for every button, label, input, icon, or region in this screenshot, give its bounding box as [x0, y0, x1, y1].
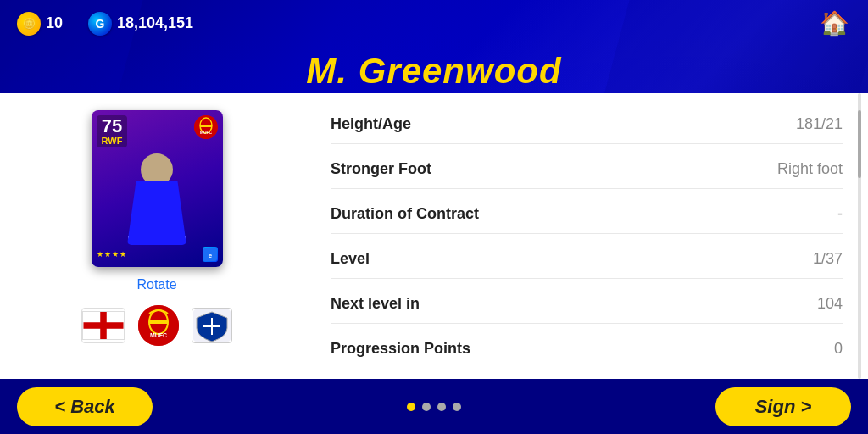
stat-label-height-age: Height/Age: [331, 115, 411, 133]
rotate-button[interactable]: Rotate: [136, 277, 176, 292]
stat-label-contract: Duration of Contract: [331, 205, 479, 223]
dot-2: [422, 403, 431, 411]
card-position: RWF: [102, 136, 123, 146]
silhouette-head: [141, 153, 173, 186]
player-name: M. Greenwood: [0, 47, 868, 92]
gem-amount: 18,104,151: [117, 14, 193, 32]
sign-button[interactable]: Sign >: [715, 387, 851, 426]
card-rating-box: 75 RWF: [97, 115, 128, 147]
scroll-indicator: [858, 93, 861, 379]
dot-4: [453, 403, 461, 411]
svg-text:e: e: [208, 252, 212, 259]
card-top: 75 RWF MUFC: [97, 115, 218, 147]
stat-row-level: Level 1/37: [331, 240, 843, 279]
player-silhouette: [110, 149, 203, 233]
left-panel: 75 RWF MUFC M. Greenwood: [0, 93, 314, 379]
silhouette-body: [127, 181, 186, 245]
svg-text:MUFC: MUFC: [199, 130, 212, 135]
bottom-bar: < Back Sign >: [0, 379, 868, 434]
main-content: 75 RWF MUFC M. Greenwood: [0, 93, 868, 379]
game-logo: e: [203, 247, 218, 262]
svg-rect-2: [200, 125, 212, 127]
back-button[interactable]: < Back: [17, 387, 153, 426]
card-bottom: ★★★★ e: [97, 247, 218, 262]
svg-rect-8: [83, 322, 123, 329]
stat-value-height-age: 181/21: [796, 115, 843, 133]
stat-label-progression: Progression Points: [331, 340, 470, 358]
dot-3: [437, 403, 446, 411]
stat-row-progression: Progression Points 0: [331, 330, 843, 368]
badge-row: MUFC: [81, 305, 232, 346]
club-logo: MUFC: [194, 115, 218, 139]
stat-value-progression: 0: [834, 340, 843, 358]
stat-value-level: 1/37: [813, 250, 843, 268]
coin-icon: 🪙: [17, 12, 41, 36]
stat-row-contract: Duration of Contract -: [331, 195, 843, 234]
stat-label-next-level: Next level in: [331, 295, 420, 313]
stat-value-next-level: 104: [817, 295, 843, 313]
club-shield-badge: [192, 308, 232, 343]
manutd-badge: MUFC: [138, 305, 179, 346]
card-rating: 75: [102, 117, 123, 136]
dot-1: [407, 403, 415, 411]
scroll-thumb: [858, 110, 861, 178]
stat-row-stronger-foot: Stronger Foot Right foot: [331, 150, 843, 189]
stat-value-stronger-foot: Right foot: [777, 160, 843, 178]
stat-label-stronger-foot: Stronger Foot: [331, 160, 431, 178]
coin-amount: 10: [46, 14, 63, 32]
home-button[interactable]: 🏠: [817, 7, 851, 41]
stat-row-next-level: Next level in 104: [331, 285, 843, 324]
player-card: 75 RWF MUFC M. Greenwood: [92, 110, 223, 267]
stat-label-level: Level: [331, 250, 370, 268]
stat-row-height-age: Height/Age 181/21: [331, 105, 843, 144]
dots-indicator: [407, 403, 461, 411]
gems-display: G 18,104,151: [88, 12, 193, 36]
right-panel: Height/Age 181/21 Stronger Foot Right fo…: [314, 93, 868, 379]
gem-icon: G: [88, 12, 112, 36]
top-bar: 🪙 10 G 18,104,151 🏠: [0, 0, 868, 47]
england-flag-badge: [81, 308, 125, 343]
coins-display: 🪙 10: [17, 12, 63, 36]
svg-text:MUFC: MUFC: [150, 332, 167, 338]
svg-rect-11: [149, 320, 168, 324]
stat-value-contract: -: [837, 205, 843, 223]
card-stars: ★★★★: [97, 250, 127, 259]
